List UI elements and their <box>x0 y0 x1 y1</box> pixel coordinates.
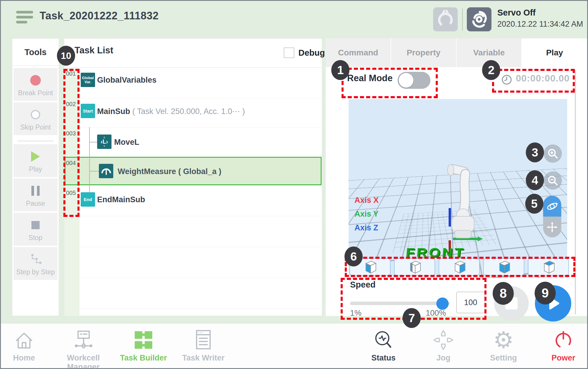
header-datetime: 2020.12.22 11:34:42 AM <box>497 20 583 29</box>
tree-connector <box>89 171 99 171</box>
pan-mode-button[interactable] <box>543 217 561 237</box>
annotation-box-real-mode <box>342 68 438 98</box>
nav-home[interactable]: Home <box>0 327 56 363</box>
annotation-box-timer <box>492 69 575 93</box>
zoom-in-button[interactable] <box>544 144 562 163</box>
zoom-out-button[interactable] <box>544 171 562 190</box>
movel-icon: ˄ ‹L› ˅ <box>97 135 111 149</box>
step-by-step-button[interactable]: Step by Step <box>13 247 58 280</box>
play-icon <box>31 151 40 162</box>
pan-icon <box>546 221 558 233</box>
home-icon <box>13 329 35 351</box>
page-title: Task_20201222_111832 <box>40 10 159 22</box>
task-builder-icon <box>132 329 155 351</box>
play-tool-button[interactable]: Play <box>13 144 58 177</box>
tools-panel: Tools Break Point Skip Point Play Pause … <box>12 38 59 316</box>
rotate-3d-icon <box>546 200 558 212</box>
debug-label: Debug <box>298 48 325 58</box>
annotation-9: 9 <box>535 282 556 305</box>
stop-icon <box>31 221 40 229</box>
nav-jog[interactable]: Jog <box>411 327 476 363</box>
tab-play[interactable]: Play <box>522 38 587 67</box>
tree-line <box>89 127 90 195</box>
header-divider <box>462 8 463 31</box>
start-icon: Start <box>81 104 95 118</box>
break-point-icon <box>30 75 41 86</box>
right-panel-scrollbar[interactable] <box>575 70 576 314</box>
task-list-panel: Task List Debug 001 GlobalVar. GlobalVar… <box>64 38 322 316</box>
servo-status: Servo Off <box>497 8 536 18</box>
tree-connector <box>89 142 97 142</box>
task-writer-icon <box>193 329 214 351</box>
tab-property[interactable]: Property <box>391 38 456 67</box>
task-params: ( Task Vel. 250.000, Acc. 1.0⋯ ) <box>132 107 245 116</box>
pause-icon <box>31 186 40 196</box>
bottom-navigation: Home Workcell Manager <box>1 323 587 369</box>
nav-setting[interactable]: ⚙ Setting <box>471 327 536 363</box>
annotation-box-line-numbers <box>63 69 80 217</box>
view-mode-switch[interactable] <box>543 196 561 237</box>
recovery-icon <box>433 7 458 31</box>
power-icon <box>552 329 575 351</box>
skip-point-icon <box>31 110 40 119</box>
tools-separator <box>18 141 53 141</box>
app-window: Task_20201222_111832 Servo Off 2020.12.2… <box>0 0 588 369</box>
annotation-box-view-cubes <box>345 257 575 277</box>
setting-gear-icon: ⚙ <box>493 329 514 351</box>
annotation-8: 8 <box>493 282 514 305</box>
pause-tool-button[interactable]: Pause <box>13 178 58 211</box>
annotation-10: 10 <box>57 46 75 66</box>
annotation-5: 5 <box>525 194 543 214</box>
zoom-out-icon <box>547 175 559 186</box>
annotation-4: 4 <box>526 170 544 190</box>
nav-workcell-manager[interactable]: Workcell Manager <box>51 327 116 369</box>
step-by-step-icon <box>29 254 42 265</box>
nav-power[interactable]: Power <box>531 327 588 363</box>
weight-measure-icon <box>99 164 113 178</box>
annotation-2: 2 <box>482 60 500 80</box>
break-point-button[interactable]: Break Point <box>13 68 58 101</box>
nav-status[interactable]: Status <box>351 327 416 363</box>
rotate-mode-button[interactable] <box>543 196 561 217</box>
annotation-6: 6 <box>344 246 363 266</box>
recovery-button[interactable] <box>433 7 458 31</box>
global-variables-icon: GlobalVar. <box>81 73 95 87</box>
divider <box>64 67 322 68</box>
status-icon <box>372 329 395 351</box>
annotation-3: 3 <box>526 142 544 162</box>
nav-task-writer[interactable]: Task Writer <box>171 327 236 363</box>
nav-task-builder[interactable]: Task Builder <box>111 327 176 363</box>
annotation-7: 7 <box>403 308 421 328</box>
skip-point-button[interactable]: Skip Point <box>13 102 58 135</box>
annotation-1: 1 <box>331 60 349 80</box>
task-list-title: Task List <box>75 45 113 56</box>
servo-swirl-icon <box>467 7 491 31</box>
jog-dpad-icon <box>432 329 454 351</box>
stop-tool-button[interactable]: Stop <box>13 213 58 246</box>
workcell-manager-icon <box>72 329 95 351</box>
task-params: ( Global_a ) <box>178 167 222 176</box>
servo-button[interactable] <box>467 7 491 31</box>
tools-title: Tools <box>12 39 59 66</box>
hamburger-menu-icon[interactable] <box>16 11 34 24</box>
zoom-in-icon <box>547 148 559 159</box>
end-icon: End <box>81 192 95 207</box>
debug-checkbox[interactable] <box>284 47 294 58</box>
